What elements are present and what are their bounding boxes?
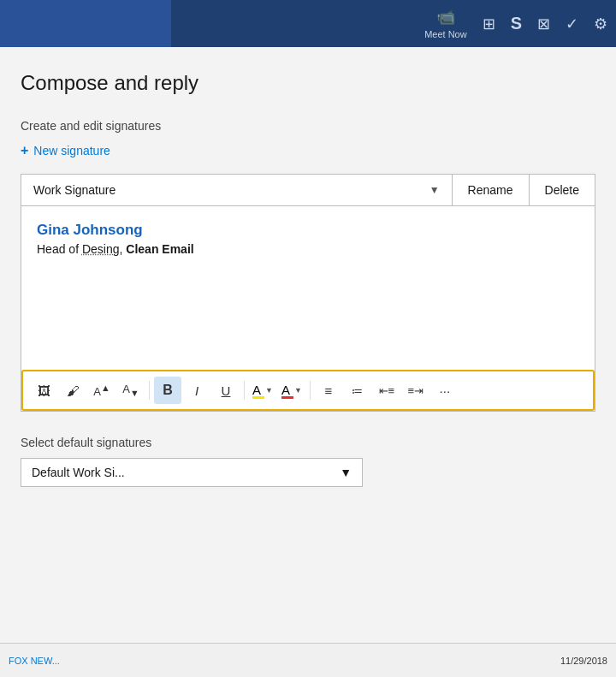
- justify-icon: ≡: [324, 383, 332, 398]
- video-icon: 📹: [436, 8, 455, 27]
- signature-author-name: Gina Johnsong: [37, 222, 579, 239]
- word-button[interactable]: ⊠: [537, 15, 550, 33]
- new-signature-label: New signature: [33, 144, 110, 157]
- title-prefix: Head of: [37, 242, 82, 256]
- formatting-toolbar: 🖼 🖌 A▲ A▼ B I U: [21, 370, 595, 411]
- bullets-icon: ≔: [352, 384, 363, 397]
- signature-dropdown-value: Work Signature: [33, 183, 116, 197]
- signature-selector-row: Work Signature ▼ Rename Delete: [21, 174, 595, 206]
- rename-button[interactable]: Rename: [453, 175, 530, 205]
- settings-button[interactable]: ⚙: [594, 15, 607, 33]
- font-size-up-icon: A▲: [93, 383, 110, 398]
- chevron-down-icon: ▼: [429, 184, 440, 196]
- default-signature-value: Default Work Si...: [32, 466, 125, 479]
- sidebar-panel: [0, 0, 171, 47]
- page-title: Compose and reply: [21, 71, 595, 95]
- default-sig-chevron-icon: ▼: [340, 466, 352, 479]
- signature-author-title: Head of Desing, Clean Email: [37, 242, 579, 256]
- italic-icon: I: [195, 383, 198, 398]
- font-color-icon: A: [281, 383, 293, 399]
- more-options-button[interactable]: ···: [431, 377, 459, 404]
- taskbar: FOX NEW... 11/29/2018: [0, 643, 616, 677]
- underline-icon: U: [222, 383, 231, 398]
- decrease-indent-button[interactable]: ⇤≡: [373, 377, 400, 404]
- title-underline-word: Desing: [82, 242, 120, 256]
- qr-icon: ⊞: [483, 15, 495, 33]
- font-color-dropdown-chevron-icon: ▼: [294, 386, 302, 395]
- font-color-dropdown[interactable]: A ▼: [278, 377, 305, 404]
- top-navigation-bar: 📹 Meet Now ⊞ S ⊠ ✓ ⚙: [0, 0, 616, 47]
- skype-button[interactable]: S: [511, 14, 522, 33]
- format-painter-icon: 🖌: [67, 383, 80, 398]
- default-signature-dropdown[interactable]: Default Work Si... ▼: [21, 458, 363, 487]
- toolbar-separator-1: [149, 381, 150, 400]
- highlight-dropdown-chevron-icon: ▼: [265, 386, 273, 395]
- taskbar-date: 11/29/2018: [560, 656, 607, 666]
- delete-button[interactable]: Delete: [530, 175, 595, 205]
- main-panel: Compose and reply Create and edit signat…: [0, 47, 616, 677]
- default-signatures-section: Select default signatures Default Work S…: [21, 436, 595, 487]
- underline-button[interactable]: U: [212, 377, 240, 404]
- skype-icon: S: [511, 14, 522, 33]
- font-size-increase-button[interactable]: A▲: [88, 377, 116, 404]
- bold-icon: B: [163, 383, 173, 398]
- title-company: Clean Email: [126, 242, 193, 256]
- toolbar-separator-3: [310, 381, 311, 400]
- increase-indent-button[interactable]: ≡⇥: [402, 377, 429, 404]
- signature-editor[interactable]: Gina Johnsong Head of Desing, Clean Emai…: [21, 206, 595, 412]
- image-button[interactable]: 🖼: [30, 377, 57, 404]
- taskbar-link[interactable]: FOX NEW...: [9, 656, 60, 666]
- plus-icon: +: [21, 143, 28, 158]
- increase-indent-icon: ≡⇥: [408, 384, 424, 397]
- checkmark-button[interactable]: ✓: [566, 15, 578, 33]
- format-painter-button[interactable]: 🖌: [59, 377, 86, 404]
- toolbar-separator-2: [244, 381, 245, 400]
- check-icon: ✓: [566, 15, 578, 33]
- justify-button[interactable]: ≡: [315, 377, 342, 404]
- meet-now-button[interactable]: 📹 Meet Now: [424, 8, 467, 39]
- bold-button[interactable]: B: [154, 377, 181, 404]
- font-size-decrease-button[interactable]: A▼: [117, 377, 145, 404]
- signature-dropdown[interactable]: Work Signature ▼: [21, 175, 453, 205]
- default-signatures-label: Select default signatures: [21, 436, 595, 449]
- highlight-color-dropdown[interactable]: A ▼: [249, 377, 276, 404]
- decrease-indent-icon: ⇤≡: [379, 384, 395, 397]
- image-icon: 🖼: [38, 383, 50, 398]
- new-signature-button[interactable]: + New signature: [21, 143, 110, 158]
- meet-now-label: Meet Now: [424, 29, 467, 39]
- gear-icon: ⚙: [594, 15, 607, 33]
- highlight-icon: A: [252, 383, 264, 399]
- italic-button[interactable]: I: [183, 377, 210, 404]
- signatures-section-label: Create and edit signatures: [21, 119, 595, 133]
- more-icon: ···: [440, 383, 451, 398]
- qr-code-button[interactable]: ⊞: [483, 15, 495, 33]
- word-icon: ⊠: [537, 15, 550, 33]
- font-size-down-icon: A▼: [122, 383, 139, 398]
- bullets-button[interactable]: ≔: [344, 377, 371, 404]
